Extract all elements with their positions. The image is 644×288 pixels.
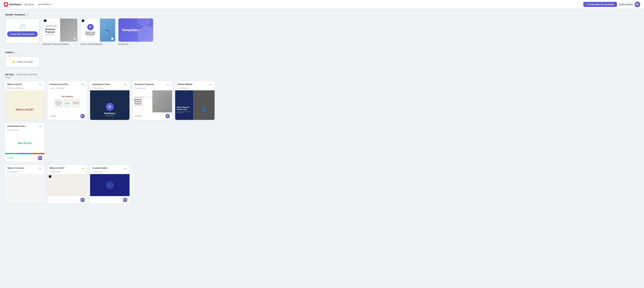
create-new-card[interactable]: 📄 Create New Presentation (5, 18, 40, 44)
file-card-title-newblocks: eriskindidem's Bu... (7, 125, 38, 127)
avatar: DE (634, 1, 640, 7)
file-card-title-bp: Business Proposal... (135, 83, 166, 85)
user-info[interactable]: Didem Erişkin DE (620, 1, 640, 7)
bar-blue (18, 153, 31, 154)
htu-title: How to use Decktopus? (83, 31, 98, 35)
slides-count-pricing: 6 slides (50, 115, 56, 117)
business-proposal-template-card[interactable]: PLACE YOUR LOGO BusinessProposal for [Cl… (43, 18, 78, 45)
chevron-up-icon: ▲ (27, 13, 29, 16)
file-card-footer-bp: 16 slides DE (133, 112, 172, 120)
file-card-time-creative: 9 months ago (90, 171, 130, 174)
file-card-header-creative: Creative Dublin ••• (90, 165, 130, 171)
file-card-bp[interactable]: Business Proposal... ••• 7 months ago PL… (133, 81, 172, 120)
bar-green (5, 153, 18, 154)
how-to-use-template-card[interactable]: D How to use Decktopus? A quick guide 👟 … (81, 18, 115, 45)
file-avatar-creative: DE (123, 198, 127, 202)
create-btn-label: + Create New Presentation (586, 3, 614, 6)
ebook-right: 👤 (193, 90, 215, 120)
file-card-header-bp: Business Proposal... ••• (133, 81, 172, 87)
file-card-time-ebook: 8 months ago (175, 87, 214, 90)
file-card-toc[interactable]: Table of Contents ••• 8 months ago DE (5, 165, 44, 204)
sort-label: Last Modified (38, 3, 50, 5)
more-options-btn-decktopus[interactable]: ••• (123, 83, 127, 86)
file-card-decktopus[interactable]: decktopus's Strat... ••• 3 months ago D … (90, 81, 130, 120)
ebook-left: Stefan Marine's E-Book Club Join the wai… (175, 90, 193, 120)
htu-d-logo: D (87, 24, 94, 30)
file-title-text-decktopus: decktopus's Strat... (92, 83, 123, 85)
newblocks-text: New Blocks (18, 142, 32, 145)
file-card-ebook[interactable]: E-Book Waitlist ••• 8 months ago Stefan … (175, 81, 214, 120)
bp-file-logo: PLACE YOUR LOGO (134, 96, 151, 98)
sort-button[interactable]: Last Modified ▾ (36, 2, 53, 6)
thumbnail-ui-ux: What is UI-UX? (5, 90, 44, 120)
file-title-text-ui-ux: What is UI-UX? (7, 83, 38, 85)
more-options-btn-toc[interactable]: ••• (38, 167, 42, 170)
all-files-title: All Files (5, 73, 14, 76)
file-card-header-ui-ux-2: What is UI-UX? ••• (48, 165, 87, 171)
ui-ux-thumb-text: What is UI-UX? (16, 108, 34, 111)
file-card-newblocks[interactable]: eriskindidem's Bu... ••• 8 months ago Ne… (5, 123, 44, 162)
ebook-title: Stefan Marine's E-Book Club (177, 106, 192, 111)
file-card-ui-ux[interactable]: What is UI-UX? ••• less than a minute ag… (5, 81, 44, 120)
file-card-creative[interactable]: Creative Dublin ••• 9 months ago DE (90, 165, 130, 204)
create-presentation-card-label: Create New Presentation (10, 33, 34, 35)
bp-file-title: BusinessProposalTemplate (134, 98, 151, 105)
file-card-header-decktopus: decktopus's Strat... ••• (90, 81, 130, 87)
files-count: 9 files (5, 76, 247, 79)
bp-thumb-inner: PLACE YOUR LOGO BusinessProposalTemplate… (133, 90, 152, 112)
more-options-btn-pricing[interactable]: ••• (81, 83, 85, 86)
header: decktopus My Decks Last Modified ▾ + Cre… (0, 0, 644, 9)
file-card-header-newblocks: eriskindidem's Bu... ••• (5, 123, 44, 129)
logo[interactable]: decktopus (4, 2, 22, 6)
more-options-btn-newblocks[interactable]: ••• (38, 125, 42, 128)
file-title-text-newblocks: eriskindidem's Bu... (7, 125, 38, 127)
more-options-btn-creative[interactable]: ••• (123, 167, 127, 170)
ebook-sub: Join the waitlist to get weekly sneak pe… (177, 111, 192, 113)
file-title-text-creative: Creative Dublin (92, 167, 123, 169)
thumbnail-ebook: Stefan Marine's E-Book Club Join the wai… (175, 90, 214, 120)
pricing-item-1: Business Research & Loans (54, 99, 62, 107)
file-card-ui-ux-2[interactable]: What is UI-UX? ••• 8 months ago DE (48, 165, 87, 204)
my-decks-label: My Decks (24, 3, 34, 6)
htu-left: D How to use Decktopus? A quick guide (81, 18, 100, 41)
file-card-header-toc: Table of Contents ••• (5, 165, 44, 171)
file-card-pricing[interactable]: Pricing & Cost Pro... ••• about 1 month … (48, 81, 87, 120)
chevron-down-icon: ▾ (50, 3, 52, 5)
more-options-btn-ebook[interactable]: ••• (208, 83, 212, 86)
how-to-use-thumbnail: D How to use Decktopus? A quick guide 👟 (81, 18, 115, 42)
browse-all-link[interactable]: Browse All → (118, 43, 153, 45)
business-proposal-label: Business Proposal Template (43, 43, 78, 45)
main-content: Sample Templates ▲ 📄 Create New Presenta… (0, 9, 252, 208)
htu-subtitle: A quick guide (87, 35, 94, 36)
ui-ux-shape (35, 120, 44, 120)
file-card-time-toc: 8 months ago (5, 171, 44, 174)
files-grid-row2: Table of Contents ••• 8 months ago DE Wh… (5, 165, 247, 204)
thumbnail-ui-ux-2 (48, 174, 87, 196)
more-options-btn-ui-ux[interactable]: ••• (38, 83, 42, 86)
folders-section-header[interactable]: Folders ▲ (5, 51, 247, 54)
bp-logo-text: PLACE YOUR LOGO (45, 25, 58, 27)
create-presentation-button[interactable]: + Create New Presentation (583, 2, 617, 7)
create-folder-card[interactable]: 📁 Create new folder (5, 56, 40, 67)
sample-templates-title: Sample Templates (5, 13, 26, 16)
bp-right-image (60, 18, 77, 41)
bar-red (31, 153, 44, 154)
how-to-use-label: How to Use Decktopus? (81, 43, 115, 45)
browse-all-card[interactable]: Templates → (118, 18, 153, 42)
bp-left: PLACE YOUR LOGO BusinessProposal for [Cl… (43, 18, 60, 41)
sample-templates-section-header[interactable]: Sample Templates ▲ (5, 13, 247, 16)
file-title-text-toc: Table of Contents (7, 167, 38, 169)
create-presentation-card-button[interactable]: Create New Presentation (7, 31, 38, 37)
file-card-header-pricing: Pricing & Cost Pro... ••• (48, 81, 87, 87)
thumbnail-toc (5, 174, 44, 204)
file-card-time-bp: 7 months ago (133, 87, 172, 90)
more-options-btn-ui-ux-2[interactable]: ••• (81, 167, 85, 170)
bp-main-title: BusinessProposal (45, 28, 58, 33)
bp-file-right-img (152, 90, 172, 112)
more-options-btn-bp[interactable]: ••• (166, 83, 170, 86)
show-files-link[interactable]: ⊙ Show files not in folder (16, 73, 37, 76)
templates-grid: 📄 Create New Presentation PLACE YOUR LOG… (5, 18, 247, 45)
folders-title: Folders (5, 51, 14, 54)
show-files-link-label: Show files not in folder (18, 73, 37, 76)
file-avatar-pricing: DE (80, 114, 85, 118)
